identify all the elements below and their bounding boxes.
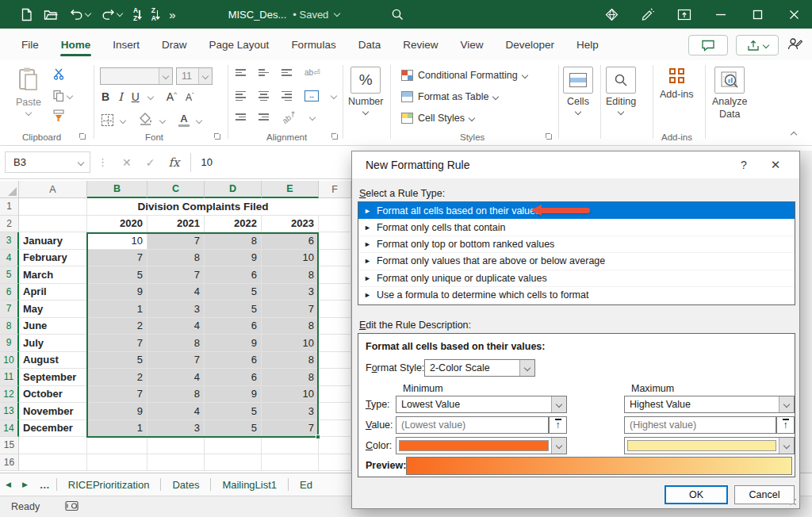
cell-A16[interactable] [19, 454, 87, 472]
sheet-nav-right-icon[interactable]: ▶ [17, 481, 33, 488]
cell-D10[interactable]: 6 [205, 352, 262, 370]
cell-B7[interactable]: 1 [87, 301, 147, 318]
bottom-align-icon[interactable] [282, 69, 292, 76]
cell-A7[interactable]: May [19, 301, 87, 318]
cell-C6[interactable]: 4 [147, 284, 205, 301]
sort-az-icon[interactable]: AZ [133, 7, 140, 21]
row-header-12[interactable]: 12 [0, 386, 19, 404]
tab-data[interactable]: Data [348, 32, 392, 58]
rule-type-item-1[interactable]: ►Format all cells based on their values [358, 202, 795, 219]
cell-D6[interactable]: 5 [205, 284, 262, 301]
row-header-9[interactable]: 9 [0, 335, 19, 352]
font-color-dropdown-icon[interactable] [196, 117, 202, 123]
cell-F13[interactable] [319, 403, 351, 420]
autosave-status[interactable]: • Saved [293, 9, 328, 21]
bold-button[interactable]: B [102, 90, 109, 103]
dialog-resize-grip[interactable] [789, 498, 797, 506]
editing-button[interactable]: Editing [606, 67, 636, 114]
italic-button[interactable]: I [118, 90, 123, 103]
cell-A9[interactable]: July [19, 335, 87, 352]
conditional-formatting-button[interactable]: Conditional Formatting [401, 70, 527, 81]
row-header-6[interactable]: 6 [0, 284, 19, 301]
redo-button[interactable] [102, 9, 122, 21]
sheet-tab-mailinglist1[interactable]: MailingList1 [211, 479, 288, 491]
undo-dropdown-icon[interactable] [85, 10, 91, 16]
clipboard-dialog-launcher[interactable] [79, 133, 87, 141]
sheet-overflow-icon[interactable]: … [33, 479, 56, 491]
cell-C15[interactable] [147, 437, 205, 454]
cell-A8[interactable]: June [19, 318, 87, 335]
cell-A3[interactable]: January [19, 232, 87, 250]
font-color-icon[interactable]: A [178, 113, 190, 127]
column-header-B[interactable]: B [87, 181, 147, 198]
cell-D16[interactable] [205, 454, 262, 472]
max-color-select[interactable] [624, 437, 795, 454]
open-folder-icon[interactable] [44, 9, 59, 21]
cell-C12[interactable]: 8 [147, 386, 205, 404]
cell-C14[interactable]: 3 [147, 420, 205, 438]
cell-F10[interactable] [319, 352, 351, 370]
cell-B14[interactable]: 1 [87, 420, 147, 438]
cell-F4[interactable] [319, 250, 351, 267]
insert-function-icon[interactable]: fx [162, 155, 186, 170]
cell-E11[interactable]: 8 [262, 369, 319, 386]
cell-E12[interactable]: 10 [262, 386, 319, 404]
scrollbar-strip[interactable] [799, 151, 812, 473]
merged-title-cell[interactable]: Division Complaints Filed [87, 198, 319, 216]
cell-C8[interactable]: 4 [147, 318, 205, 335]
name-box[interactable]: B3 [5, 151, 90, 173]
cell-E6[interactable]: 3 [262, 284, 319, 301]
cell-D8[interactable]: 6 [205, 318, 262, 335]
cell-B11[interactable]: 2 [87, 369, 147, 386]
cell-D9[interactable]: 9 [205, 335, 262, 352]
cut-icon[interactable] [52, 68, 72, 82]
cell-E7[interactable]: 7 [262, 301, 319, 318]
cell-A13[interactable]: November [19, 403, 87, 420]
cell-D13[interactable]: 5 [205, 403, 262, 420]
cell-A15[interactable] [19, 437, 87, 454]
fill-color-dropdown-icon[interactable] [159, 117, 166, 123]
cells-button[interactable]: Cells [563, 67, 593, 114]
select-all-corner[interactable] [0, 181, 19, 198]
merge-center-icon[interactable]: ↔ [304, 90, 319, 101]
rule-type-item-4[interactable]: ►Format only values that are above or be… [358, 253, 795, 270]
orientation-dropdown-icon[interactable] [308, 113, 315, 120]
format-as-table-button[interactable]: Format as Table [401, 91, 498, 102]
cell-E4[interactable]: 10 [262, 250, 319, 267]
cancel-entry-icon[interactable]: ✕ [115, 156, 139, 169]
editing-pen-icon[interactable] [630, 0, 666, 29]
cell-C16[interactable] [147, 454, 205, 472]
cell-A4[interactable]: February [19, 250, 87, 267]
number-format-button[interactable]: % Number [348, 67, 383, 114]
format-style-select[interactable]: 2-Color Scale [424, 359, 535, 377]
cell-A1[interactable] [19, 198, 87, 216]
saved-dropdown-icon[interactable] [334, 10, 340, 16]
cell-D4[interactable]: 9 [205, 250, 262, 267]
cell-B8[interactable]: 2 [87, 318, 147, 335]
format-painter-icon[interactable] [52, 109, 72, 124]
max-type-select[interactable]: Highest Value [624, 396, 795, 413]
dialog-close-icon[interactable]: ✕ [760, 151, 791, 178]
cell-B15[interactable] [87, 437, 147, 454]
cell-E9[interactable]: 10 [262, 335, 319, 352]
cell-F7[interactable] [319, 301, 351, 318]
cell-D2[interactable]: 2022 [205, 216, 262, 233]
paste-button[interactable]: Paste [16, 67, 41, 115]
rule-type-item-3[interactable]: ►Format only top or bottom ranked values [358, 236, 795, 253]
sheet-tab-riceprioritization[interactable]: RICEPrioritization [57, 479, 161, 491]
row-header-4[interactable]: 4 [0, 250, 19, 267]
share-button[interactable] [736, 35, 779, 56]
new-file-icon[interactable] [21, 8, 33, 21]
tab-home[interactable]: Home [51, 32, 102, 58]
cell-C13[interactable]: 4 [147, 403, 205, 420]
cell-B6[interactable]: 9 [87, 284, 147, 301]
redo-dropdown-icon[interactable] [117, 10, 123, 16]
increase-indent-icon[interactable] [259, 113, 269, 121]
rule-type-item-5[interactable]: ►Format only unique or duplicate values [358, 270, 795, 287]
cell-C11[interactable]: 4 [147, 369, 205, 386]
min-type-select[interactable]: Lowest Value [396, 396, 567, 413]
cancel-button[interactable]: Cancel [734, 485, 795, 504]
tab-file[interactable]: File [11, 32, 49, 58]
cell-C4[interactable]: 8 [147, 250, 205, 267]
max-range-select-button[interactable]: ↑ [776, 416, 795, 434]
